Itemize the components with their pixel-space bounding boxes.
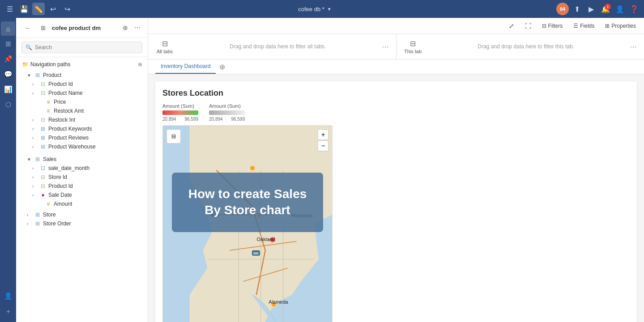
- tree-item-product-keywords[interactable]: › ⊞ Product Keywords: [21, 124, 148, 133]
- sidebar-tree: 📁 Navigation paths ⊕ ▼ ⊞ Product › ⊟ Pro…: [16, 57, 148, 322]
- save-icon[interactable]: 💾: [18, 3, 30, 15]
- person-icon[interactable]: 👤: [1, 289, 15, 303]
- chart-icon[interactable]: 📊: [1, 82, 15, 97]
- map-layers-button[interactable]: ⊟: [166, 129, 181, 144]
- this-tab-more-icon[interactable]: ⋯: [628, 41, 639, 53]
- tree-item-restock-int[interactable]: › ⊟ Restock Int: [21, 115, 148, 124]
- tree-item-sale-date-month[interactable]: › ⊡ sale_date_month: [21, 164, 148, 173]
- fields-button[interactable]: ☰ Fields: [571, 21, 597, 30]
- filters-button[interactable]: ⊟ Filters: [539, 21, 566, 30]
- zoom-out-button[interactable]: −: [318, 140, 328, 151]
- rev-chevron: ›: [32, 136, 38, 140]
- tree-item-product-reviews[interactable]: › ⊞ Product Reviews: [21, 133, 148, 142]
- tree-item-sale-date[interactable]: › ● Sale Date: [21, 191, 148, 199]
- this-tab-drop-area: Drag and drop data here to filter this t…: [428, 38, 625, 55]
- content-toolbar: ⤢ ⛶ ⊟ Filters ☰ Fields ⊞ Properties: [148, 18, 644, 34]
- tree-item-amount[interactable]: ≡ Amount: [21, 199, 148, 208]
- map-content: Stores Location Amount (Sum) 20,894 96,5…: [148, 74, 644, 322]
- si-chevron: ›: [32, 175, 38, 180]
- so-table-icon: ⊞: [34, 220, 41, 227]
- tree-item-restock-amt[interactable]: ≡ Restock Amt: [21, 106, 148, 115]
- plus-bottom-icon[interactable]: ＋: [1, 304, 15, 318]
- search-input[interactable]: [35, 44, 138, 51]
- how-to-overlay[interactable]: How to create Sales By Store chart: [172, 173, 323, 232]
- properties-button[interactable]: ⊞ Properties: [602, 21, 639, 30]
- user-icon[interactable]: 👤: [614, 3, 626, 15]
- sdm-date-icon: ⊡: [39, 165, 47, 171]
- sales-section: ▼ ⊞ Sales › ⊡ sale_date_month › ⊟ Store …: [16, 153, 148, 210]
- nav-paths-add-icon[interactable]: ⊕: [138, 61, 142, 68]
- product-label: Product: [43, 72, 61, 78]
- this-tab-label[interactable]: ⊟ This tab: [402, 39, 424, 54]
- topbar-center: cofee db * ▼: [76, 6, 554, 13]
- edit-icon[interactable]: ✏️: [32, 3, 45, 15]
- data-icon[interactable]: ⊞: [1, 37, 15, 51]
- search-icon: 🔍: [26, 44, 32, 51]
- kw-chevron: ›: [32, 127, 38, 131]
- db-name: cofee db *: [298, 6, 324, 13]
- route-icon[interactable]: ⬡: [1, 97, 15, 112]
- legend-warm-scale: [162, 110, 198, 115]
- menu-icon[interactable]: ☰: [4, 3, 16, 15]
- zoom-in-button[interactable]: +: [318, 129, 328, 140]
- zoom-fit-icon[interactable]: ⤢: [506, 21, 517, 31]
- tab-bar: Inventory Dashboard ⊕: [148, 59, 644, 74]
- topbar-left: ☰ 💾 ✏️ ↩ ↪: [4, 3, 73, 15]
- si-attr-icon: ⊟: [39, 174, 47, 180]
- tree-item-sales-product-id[interactable]: › ⊟ Product Id: [21, 182, 148, 191]
- restock-int-chevron: ›: [32, 118, 38, 123]
- tree-item-product-warehouse[interactable]: › ⊞ Product Warehouse: [21, 142, 148, 151]
- avatar[interactable]: 84: [556, 3, 569, 15]
- price-measure-icon: ≡: [45, 99, 52, 105]
- legend-gray-nums: 20,894 96,599: [209, 117, 245, 122]
- sidebar-back-icon[interactable]: ←: [21, 21, 34, 34]
- this-tab-panel: ⊟ This tab Drag and drop data here to fi…: [397, 34, 644, 59]
- chat-icon[interactable]: 💬: [1, 67, 15, 81]
- nav-paths-item[interactable]: 📁 Navigation paths ⊕: [16, 60, 148, 69]
- map-legend-row: Amount (Sum) 20,894 96,599 Amount (Sum): [162, 103, 630, 122]
- legend-gray-gradient: [209, 110, 245, 115]
- tree-item-store-order[interactable]: › ⊞ Store Order: [16, 219, 148, 228]
- sidebar-add-icon[interactable]: ⊕: [121, 23, 130, 32]
- product-name-attr-icon: ⊟: [39, 90, 47, 96]
- all-tabs-more-icon[interactable]: ⋯: [380, 41, 391, 53]
- sales-header[interactable]: ▼ ⊞ Sales: [16, 155, 148, 164]
- fullscreen-icon[interactable]: ⛶: [522, 21, 534, 31]
- search-box[interactable]: 🔍: [21, 42, 142, 53]
- all-tabs-filter-icon: ⊟: [162, 39, 168, 48]
- tab-add-icon[interactable]: ⊕: [216, 61, 229, 73]
- main-layout: ⌂ ⊞ 📌 💬 📊 ⬡ 👤 ＋ ← ⊞ cofee product dm ⊕ ⋯…: [0, 18, 644, 322]
- all-tabs-label[interactable]: ⊟ All tabs: [154, 39, 176, 54]
- tab-inventory-dashboard[interactable]: Inventory Dashboard: [155, 59, 216, 74]
- share-icon[interactable]: ⬆: [571, 3, 583, 15]
- tree-item-store[interactable]: › ⊞ Store: [16, 210, 148, 219]
- tree-item-price[interactable]: ≡ Price: [21, 97, 148, 106]
- tree-item-product-id[interactable]: › ⊟ Product Id: [21, 80, 148, 89]
- product-name-chevron: ›: [32, 91, 38, 96]
- legend-warm-label: Amount (Sum): [162, 103, 198, 109]
- sidebar-grid-icon[interactable]: ⊞: [37, 21, 49, 34]
- legend-warm: Amount (Sum) 20,894 96,599: [162, 103, 198, 122]
- presentation-icon[interactable]: ▶: [585, 3, 597, 15]
- home-icon[interactable]: ⌂: [1, 21, 15, 36]
- filter-icon: ⊟: [542, 23, 546, 29]
- store-chevron: ›: [27, 212, 32, 217]
- tree-item-store-id[interactable]: › ⊟ Store Id: [21, 173, 148, 182]
- folder-icon: 📁: [21, 61, 29, 68]
- tree-item-product-name[interactable]: › ⊟ Product Name: [21, 89, 148, 97]
- undo-icon[interactable]: ↩: [47, 3, 59, 15]
- notification-icon[interactable]: 🔔 1: [599, 3, 612, 15]
- spi-chevron: ›: [32, 184, 38, 189]
- pin-icon[interactable]: 📌: [1, 52, 15, 66]
- redo-icon[interactable]: ↪: [61, 3, 73, 15]
- sd-chevron: ›: [32, 193, 38, 198]
- kw-table-icon: ⊞: [39, 126, 47, 132]
- help-icon[interactable]: ❓: [628, 3, 640, 15]
- product-header[interactable]: ▼ ⊞ Product: [16, 71, 148, 80]
- sidebar-more-icon[interactable]: ⋯: [132, 23, 142, 32]
- store-table-icon: ⊞: [34, 212, 41, 218]
- sdm-chevron: ›: [32, 166, 38, 171]
- legend-warm-gradient: [162, 110, 198, 115]
- product-chevron-icon: ▼: [27, 73, 32, 78]
- db-dropdown-icon[interactable]: ▼: [327, 7, 332, 12]
